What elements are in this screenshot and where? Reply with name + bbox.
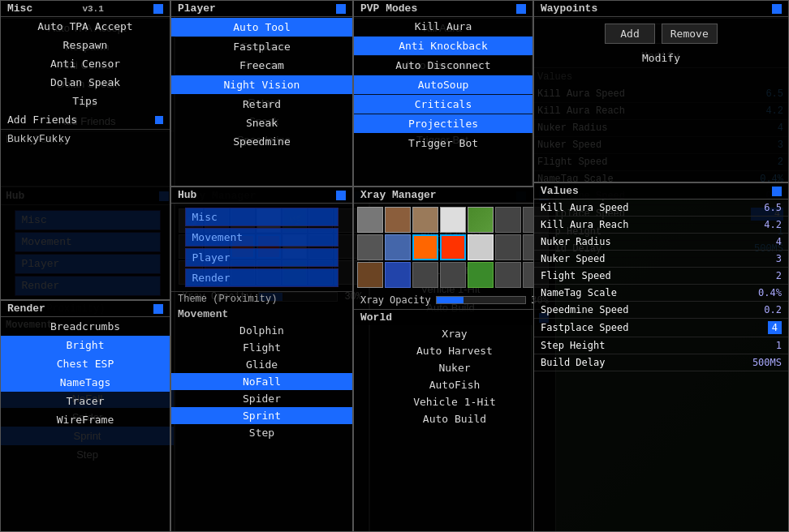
hub-render-item[interactable]: Render	[185, 268, 339, 287]
movement-dolphin-2[interactable]: Dolphin	[171, 322, 352, 339]
block-wood[interactable]	[357, 262, 383, 288]
misc-btn-dolan[interactable]: Dolan Speak	[1, 73, 170, 92]
movement-glide-2[interactable]: Glide	[171, 356, 352, 373]
values-header-2: Values	[534, 183, 788, 200]
render-panel: Render Breadcrumbs Bright Chest ESP Name…	[0, 300, 170, 532]
block-water[interactable]	[385, 234, 411, 260]
val-row-8: Step Height 1	[534, 337, 788, 354]
player-night-vision-2[interactable]: Night Vision	[171, 75, 352, 94]
world-auto-build-2[interactable]: Auto Build	[354, 410, 555, 427]
waypoints-panel-2: Waypoints Add Remove Modify	[533, 0, 789, 182]
render-bright[interactable]: Bright	[1, 336, 170, 354]
render-nametags[interactable]: NameTags	[1, 373, 170, 392]
val-row-2: Nuker Radius 4	[534, 234, 788, 251]
player-panel-2: Player Auto Tool Fastplace Freecam Night…	[170, 0, 353, 187]
block-stone[interactable]	[357, 207, 383, 233]
block-empty7[interactable]	[495, 262, 521, 288]
player-indicator	[336, 4, 346, 14]
misc-btn-respawn[interactable]: Respawn	[1, 36, 170, 54]
val-row-9: Build Delay 500MS	[534, 354, 788, 371]
render-wireframe[interactable]: WireFrame	[1, 410, 170, 429]
block-sand[interactable]	[412, 207, 438, 233]
block-cobble[interactable]	[357, 234, 383, 260]
hub-panel-2: Hub Misc Movement Player Render Theme (P…	[170, 187, 353, 532]
pvp-kill-aura-2[interactable]: Kill Aura	[354, 17, 532, 36]
block-iron[interactable]	[468, 234, 494, 260]
misc-panel-header: Misc v3.1	[1, 1, 170, 17]
block-empty6[interactable]	[440, 262, 466, 288]
movement-nofall-2[interactable]: NoFall	[171, 373, 352, 390]
block-gravel[interactable]	[440, 207, 466, 233]
render-indicator	[153, 304, 163, 314]
block-lava1[interactable]	[412, 234, 438, 260]
misc-btn-auto-tpa[interactable]: Auto TPA Accept	[1, 17, 170, 36]
block-leaves[interactable]	[468, 207, 494, 233]
player-retard-2[interactable]: Retard	[171, 95, 352, 114]
misc-btn-tips[interactable]: Tips	[1, 92, 170, 110]
waypoints-remove-btn[interactable]: Remove	[662, 24, 718, 44]
render-breadcrumbs[interactable]: Breadcrumbs	[1, 317, 170, 336]
block-empty5[interactable]	[412, 262, 438, 288]
hub-indicator	[336, 191, 346, 200]
pvp-anti-knockback-2[interactable]: Anti Knockback	[354, 36, 532, 55]
misc-top-panel: Misc v3.1 Auto TPA Accept Respawn Anti C…	[0, 0, 170, 300]
pvp-header-2: PVP Modes	[354, 1, 532, 17]
movement-step-2[interactable]: Step	[171, 424, 352, 441]
values-indicator	[772, 187, 782, 196]
block-grass[interactable]	[468, 262, 494, 288]
block-ice[interactable]	[385, 262, 411, 288]
world-vehicle-hit-2[interactable]: Vehicle 1-Hit	[354, 393, 555, 410]
values-panel-2: Values Kill Aura Speed 6.5 Kill Aura Rea…	[533, 182, 789, 532]
misc-indicator	[153, 4, 163, 14]
world-nuker-2[interactable]: Nuker	[354, 359, 555, 376]
player-freecam-2[interactable]: Freecam	[171, 56, 352, 75]
misc-btn-anti-censor[interactable]: Anti Censor	[1, 54, 170, 73]
val-row-7: Fastplace Speed 4	[534, 319, 788, 337]
player-speedmine-2[interactable]: Speedmine	[171, 132, 352, 151]
username: BukkyFukky	[1, 129, 170, 148]
opacity-slider-fill	[437, 297, 463, 303]
world-autofish-2[interactable]: AutoFish	[354, 376, 555, 393]
block-dirt[interactable]	[385, 207, 411, 233]
block-empty3[interactable]	[495, 234, 521, 260]
hub-theme-label: Theme (Proximity)	[171, 291, 352, 307]
val-row-0: Kill Aura Speed 6.5	[534, 200, 788, 217]
xray-block-grid	[354, 204, 555, 291]
pvp-criticals-2[interactable]: Criticals	[354, 95, 532, 114]
val-row-4: Flight Speed 2	[534, 268, 788, 285]
pvp-projectiles-2[interactable]: Projectiles	[354, 114, 532, 133]
waypoints-btn-row-2: Add Remove	[534, 17, 788, 50]
pvp-auto-disconnect-2[interactable]: Auto Disconnect	[354, 56, 532, 75]
block-lava2[interactable]	[440, 234, 466, 260]
block-empty1[interactable]	[495, 207, 521, 233]
hub-movement-section: Movement	[171, 307, 352, 322]
hub-misc-item[interactable]: Misc	[185, 208, 339, 226]
player-sneak-2[interactable]: Sneak	[171, 114, 352, 132]
world-xray-2[interactable]: Xray	[354, 325, 555, 342]
render-tracer[interactable]: Tracer	[1, 392, 170, 410]
player-auto-tool-2[interactable]: Auto Tool	[171, 18, 352, 36]
val-row-1: Kill Aura Reach 4.2	[534, 217, 788, 234]
movement-sprint-2[interactable]: Sprint	[171, 407, 352, 424]
player-header-2: Player	[171, 1, 352, 17]
pvp-trigger-bot-2[interactable]: Trigger Bot	[354, 134, 532, 152]
world-auto-harvest-2[interactable]: Auto Harvest	[354, 342, 555, 359]
waypoints-header-2: Waypoints	[534, 1, 788, 17]
movement-flight-2[interactable]: Flight	[171, 339, 352, 356]
pvp-autosoup-2[interactable]: AutoSoup	[354, 75, 532, 94]
hub-movement-item[interactable]: Movement	[185, 228, 339, 247]
waypoints-add-btn[interactable]: Add	[605, 24, 654, 44]
render-panel-header: Render	[1, 301, 170, 317]
val-row-5: NameTag Scale 0.4%	[534, 285, 788, 302]
render-chest-esp[interactable]: Chest ESP	[1, 354, 170, 373]
movement-spider-2[interactable]: Spider	[171, 390, 352, 407]
xray-panel-2: Xray Manager Xray Op	[353, 187, 556, 532]
misc-btn-add-friends[interactable]: Add Friends	[1, 110, 170, 129]
pvp-indicator	[516, 4, 526, 14]
hub-player-item[interactable]: Player	[185, 248, 339, 267]
val-row-6: Speedmine Speed 0.2	[534, 302, 788, 319]
pvp-panel-2: PVP Modes Kill Aura Anti Knockback Auto …	[353, 0, 533, 187]
player-fastplace-2[interactable]: Fastplace	[171, 37, 352, 56]
opacity-row: Xray Opacity 30%	[354, 291, 555, 309]
opacity-slider[interactable]	[436, 296, 527, 304]
